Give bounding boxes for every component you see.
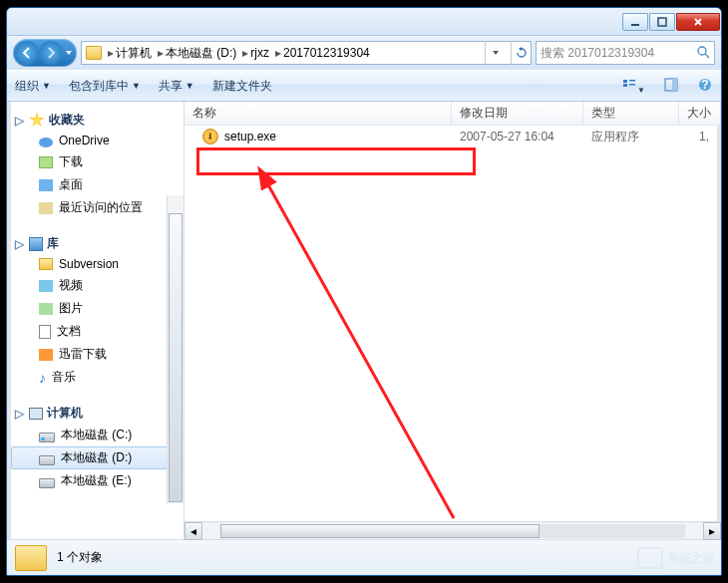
organize-button[interactable]: 组织▼ <box>15 78 51 95</box>
status-bar: 1 个对象 <box>7 539 721 575</box>
sidebar-scrollbar[interactable] <box>167 195 183 503</box>
breadcrumb-computer[interactable]: ▸计算机 <box>108 45 152 62</box>
breadcrumb-drive[interactable]: ▸本地磁盘 (D:) <box>158 45 236 62</box>
sidebar-item-pictures[interactable]: 图片 <box>11 297 180 320</box>
downloads-icon <box>39 156 53 168</box>
search-placeholder: 搜索 2017012319304 <box>541 45 654 62</box>
music-icon: ♪ <box>39 370 46 386</box>
nav-buttons <box>13 39 77 67</box>
share-button[interactable]: 共享▼ <box>159 78 194 95</box>
view-options-button[interactable]: ▼ <box>621 77 645 96</box>
svg-rect-5 <box>623 84 627 87</box>
help-button[interactable]: ? <box>697 77 713 96</box>
new-folder-button[interactable]: 新建文件夹 <box>212 78 272 95</box>
library-icon <box>29 237 43 251</box>
file-name: setup.exe <box>224 130 276 144</box>
sidebar-item-drive-e[interactable]: 本地磁盘 (E:) <box>11 469 180 492</box>
toolbar: 组织▼ 包含到库中▼ 共享▼ 新建文件夹 ▼ ? <box>7 70 721 102</box>
desktop-icon <box>39 179 53 191</box>
back-button[interactable] <box>15 41 39 65</box>
sidebar-group-libraries[interactable]: ▷库 <box>11 233 180 254</box>
sidebar-item-subversion[interactable]: Subversion <box>11 254 180 274</box>
scrollbar-thumb[interactable] <box>169 213 182 502</box>
drive-icon <box>39 478 55 488</box>
drive-icon <box>39 433 55 442</box>
sidebar-item-thunder[interactable]: 迅雷下载 <box>11 343 180 366</box>
svg-line-3 <box>705 54 709 58</box>
address-dropdown[interactable] <box>485 41 505 65</box>
star-icon <box>29 113 45 129</box>
scroll-right-button[interactable]: ▸ <box>703 522 721 540</box>
horizontal-scrollbar[interactable]: ◂ ▸ <box>184 521 721 539</box>
scroll-left-button[interactable]: ◂ <box>184 522 202 540</box>
sidebar-item-recent[interactable]: 最近访问的位置 <box>11 196 180 219</box>
document-icon <box>39 325 51 339</box>
sidebar-item-downloads[interactable]: 下载 <box>11 150 180 173</box>
file-type: 应用程序 <box>583 129 679 146</box>
file-row[interactable]: setup.exe 2007-05-27 16:04 应用程序 1, <box>184 126 721 147</box>
refresh-button[interactable] <box>511 41 531 65</box>
column-type[interactable]: 类型 <box>583 102 679 125</box>
exe-icon <box>202 129 218 145</box>
minimize-button[interactable] <box>622 13 648 31</box>
annotation-highlight-box <box>196 147 476 175</box>
column-date[interactable]: 修改日期 <box>452 102 583 125</box>
explorer-window: ▸计算机 ▸本地磁盘 (D:) ▸rjxz ▸2017012319304 搜索 … <box>6 7 722 576</box>
sidebar-item-desktop[interactable]: 桌面 <box>11 173 180 196</box>
folder-icon <box>86 46 102 60</box>
sidebar: ▷收藏夹 OneDrive 下载 桌面 最近访问的位置 ▷库 Subversio… <box>7 102 184 539</box>
folder-icon <box>15 545 47 571</box>
svg-line-12 <box>266 181 454 518</box>
titlebar[interactable] <box>7 8 721 36</box>
scrollbar-thumb[interactable] <box>220 524 540 538</box>
column-headers: 名称 修改日期 类型 大小 <box>184 102 721 126</box>
sidebar-item-onedrive[interactable]: OneDrive <box>11 131 180 150</box>
thunder-icon <box>39 349 53 361</box>
breadcrumb-folder2[interactable]: ▸2017012319304 <box>275 46 370 60</box>
breadcrumb-folder1[interactable]: ▸rjxz <box>242 46 269 60</box>
video-icon <box>39 280 53 292</box>
svg-rect-6 <box>629 80 635 82</box>
file-date: 2007-05-27 16:04 <box>452 130 583 144</box>
svg-point-2 <box>698 47 706 55</box>
folder-icon <box>39 258 53 270</box>
close-button[interactable] <box>676 13 720 31</box>
address-row: ▸计算机 ▸本地磁盘 (D:) ▸rjxz ▸2017012319304 搜索 … <box>7 36 721 70</box>
svg-rect-0 <box>631 24 639 26</box>
sidebar-item-drive-d[interactable]: 本地磁盘 (D:) <box>11 446 180 469</box>
svg-text:?: ? <box>701 78 708 92</box>
address-bar[interactable]: ▸计算机 ▸本地磁盘 (D:) ▸rjxz ▸2017012319304 <box>81 41 532 65</box>
cloud-icon <box>39 138 53 147</box>
sidebar-item-music[interactable]: ♪音乐 <box>11 366 180 389</box>
sidebar-item-documents[interactable]: 文档 <box>11 320 180 343</box>
search-input[interactable]: 搜索 2017012319304 <box>536 41 715 65</box>
svg-rect-7 <box>629 84 635 86</box>
file-size: 1, <box>679 130 721 144</box>
svg-rect-1 <box>658 18 666 26</box>
sidebar-group-computer[interactable]: ▷计算机 <box>11 403 180 424</box>
pictures-icon <box>39 303 53 315</box>
sidebar-item-video[interactable]: 视频 <box>11 274 180 297</box>
computer-icon <box>29 408 43 420</box>
maximize-button[interactable] <box>649 13 675 31</box>
column-size[interactable]: 大小 <box>679 102 721 125</box>
recent-icon <box>39 202 53 214</box>
nav-history-dropdown[interactable] <box>63 41 75 65</box>
column-name[interactable]: 名称 <box>184 102 452 125</box>
svg-rect-9 <box>672 79 677 91</box>
sidebar-group-favorites[interactable]: ▷收藏夹 <box>11 110 180 131</box>
forward-button[interactable] <box>39 41 63 65</box>
drive-icon <box>39 455 55 465</box>
main-area: ▷收藏夹 OneDrive 下载 桌面 最近访问的位置 ▷库 Subversio… <box>7 102 721 539</box>
preview-pane-button[interactable] <box>663 77 679 96</box>
status-text: 1 个对象 <box>57 549 103 566</box>
search-icon <box>696 45 710 62</box>
file-list-area: 名称 修改日期 类型 大小 setup.exe 2007-05-27 16:04… <box>184 102 721 539</box>
svg-rect-4 <box>623 80 627 83</box>
include-in-library-button[interactable]: 包含到库中▼ <box>69 78 141 95</box>
annotation-arrow <box>244 169 504 531</box>
file-rows[interactable]: setup.exe 2007-05-27 16:04 应用程序 1, <box>184 126 721 521</box>
sidebar-item-drive-c[interactable]: 本地磁盘 (C:) <box>11 424 180 446</box>
